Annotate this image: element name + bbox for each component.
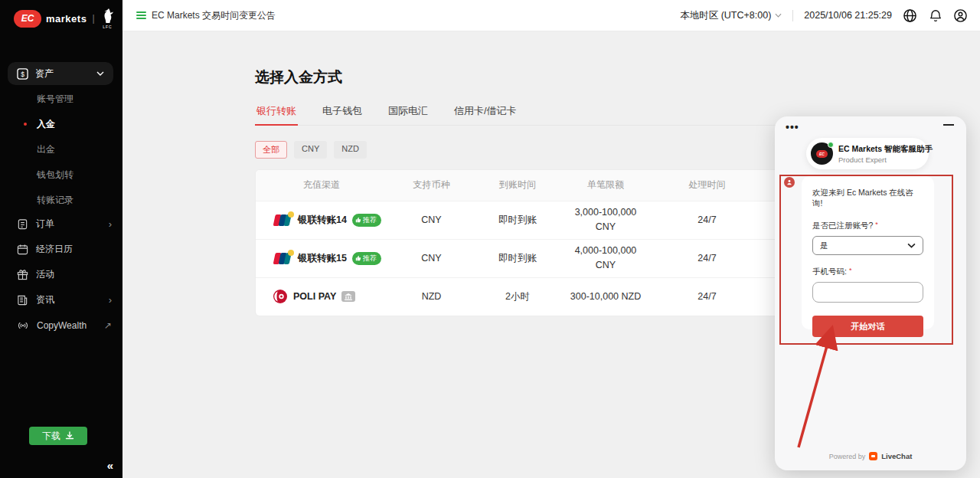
channel-name: POLI PAY bbox=[293, 291, 336, 302]
thumbs-up-icon bbox=[355, 255, 361, 261]
cell-processing: 24/7 bbox=[652, 239, 763, 277]
badge-label: 推荐 bbox=[363, 254, 377, 264]
col-header-limit: 单笔限额 bbox=[560, 170, 652, 201]
unionpay-icon bbox=[273, 252, 292, 265]
announcement-icon bbox=[136, 11, 146, 19]
badge-dot bbox=[288, 250, 294, 256]
announcement-banner[interactable]: EC Markets 交易时间变更公告 bbox=[136, 9, 276, 22]
sidebar-item-label: 出金 bbox=[37, 143, 55, 156]
chat-minimize-button[interactable] bbox=[943, 124, 954, 126]
cell-processing: 24/7 bbox=[652, 277, 763, 316]
announcement-text: EC Markets 交易时间变更公告 bbox=[152, 9, 276, 22]
livechat-logo-icon bbox=[869, 452, 877, 460]
recommended-badge: 推荐 bbox=[352, 252, 381, 265]
annotation-arrow bbox=[789, 322, 846, 453]
chevron-down-icon bbox=[907, 243, 916, 248]
cell-limit: 4,000-100,000 CNY bbox=[565, 244, 646, 273]
sidebar-item-label: 入金 bbox=[37, 118, 55, 131]
chevron-right-icon: › bbox=[109, 218, 112, 230]
sidebar-item-economic-calendar[interactable]: 经济日历 bbox=[0, 237, 122, 262]
col-header-arrival: 到账时间 bbox=[475, 170, 560, 201]
filter-all[interactable]: 全部 bbox=[255, 141, 287, 159]
channel-name: 银联转账15 bbox=[298, 252, 347, 265]
agent-role: Product Expert bbox=[838, 156, 933, 164]
dollar-icon: $ bbox=[17, 68, 28, 80]
sidebar-item-withdraw[interactable]: 出金 bbox=[0, 137, 122, 162]
bot-message-avatar bbox=[784, 177, 795, 188]
topbar: EC Markets 交易时间变更公告 本地时区 (UTC+8:00) 2025… bbox=[122, 0, 980, 31]
sidebar-item-label: 订单 bbox=[36, 218, 101, 231]
phone-label: 手机号码:* bbox=[812, 267, 923, 277]
tab-credit-debit-card[interactable]: 信用卡/借记卡 bbox=[452, 100, 518, 125]
logo-separator: | bbox=[92, 13, 94, 24]
liver-bird-icon bbox=[100, 8, 116, 25]
sidebar-item-label: 活动 bbox=[36, 268, 112, 281]
registered-select[interactable]: 是 bbox=[812, 236, 923, 255]
chat-menu-button[interactable]: ••• bbox=[786, 121, 799, 133]
sidebar-item-activities[interactable]: 活动 bbox=[0, 262, 122, 287]
divider bbox=[792, 10, 793, 21]
sidebar-item-news[interactable]: 资讯 › bbox=[0, 287, 122, 313]
powered-by-label: Powered by bbox=[829, 453, 866, 460]
chevron-down-icon bbox=[775, 13, 782, 18]
sidebar-sub-menu: 账号管理 入金 出金 钱包划转 转账记录 bbox=[0, 87, 122, 213]
bank-badge bbox=[341, 291, 355, 302]
channel-name: 银联转账14 bbox=[298, 214, 347, 227]
sidebar-item-label: 资讯 bbox=[36, 293, 101, 306]
sidebar-group-assets[interactable]: $ 资产 bbox=[8, 62, 113, 85]
timezone-label: 本地时区 (UTC+8:00) bbox=[680, 9, 771, 22]
person-icon bbox=[786, 179, 792, 185]
badge-label: 推荐 bbox=[363, 215, 377, 225]
sidebar-collapse-button[interactable]: « bbox=[107, 459, 113, 472]
cell-currency: CNY bbox=[387, 239, 475, 277]
external-link-icon: ↗ bbox=[104, 320, 112, 331]
tab-ewallet[interactable]: 电子钱包 bbox=[321, 100, 364, 125]
download-icon bbox=[65, 431, 74, 440]
datetime-label: 2025/10/06 21:25:29 bbox=[804, 10, 892, 21]
sidebar-item-account-management[interactable]: 账号管理 bbox=[0, 87, 122, 112]
registered-select-value: 是 bbox=[820, 241, 907, 251]
cell-processing: 24/7 bbox=[652, 201, 763, 239]
sidebar-item-wallet-transfer[interactable]: 钱包划转 bbox=[0, 162, 122, 188]
filter-cny[interactable]: CNY bbox=[294, 141, 327, 159]
sidebar: EC markets | LFC $ 资产 账号管理 入金 出金 钱包划转 转账… bbox=[0, 0, 122, 478]
calendar-icon bbox=[17, 244, 28, 255]
sidebar-item-transfer-records[interactable]: 转账记录 bbox=[0, 188, 122, 213]
sidebar-item-orders[interactable]: 订单 › bbox=[0, 211, 122, 237]
livechat-brand-label[interactable]: LiveChat bbox=[881, 452, 912, 460]
start-chat-button[interactable]: 开始对话 bbox=[812, 316, 923, 337]
active-dot bbox=[24, 123, 27, 126]
required-asterisk: * bbox=[875, 221, 878, 228]
sidebar-item-label: 钱包划转 bbox=[37, 169, 74, 182]
chevron-down-icon bbox=[96, 71, 104, 76]
lfc-logo: LFC bbox=[100, 8, 116, 29]
ec-logo-icon: EC bbox=[14, 10, 41, 28]
tab-international-wire[interactable]: 国际电汇 bbox=[387, 100, 430, 125]
cell-arrival: 2小时 bbox=[475, 277, 560, 316]
filter-nzd[interactable]: NZD bbox=[334, 141, 367, 159]
clipboard-icon bbox=[17, 218, 28, 230]
cell-limit: 300-10,000 NZD bbox=[565, 290, 646, 304]
agent-header: EC EC Markets 智能客服助手 Product Expert bbox=[806, 138, 929, 169]
col-header-channel: 充值渠道 bbox=[256, 170, 387, 201]
sidebar-item-label: CopyWealth bbox=[37, 320, 96, 331]
language-globe-icon[interactable] bbox=[903, 8, 917, 23]
sidebar-item-deposit[interactable]: 入金 bbox=[0, 112, 122, 137]
cell-arrival: 即时到账 bbox=[475, 239, 560, 277]
cell-limit: 3,000-100,000 CNY bbox=[565, 205, 646, 234]
sidebar-item-label: 账号管理 bbox=[37, 93, 74, 106]
recommended-badge: 推荐 bbox=[352, 214, 381, 227]
required-asterisk: * bbox=[849, 267, 852, 274]
phone-input[interactable] bbox=[812, 282, 923, 303]
sidebar-item-copywealth[interactable]: CopyWealth ↗ bbox=[0, 313, 122, 338]
col-header-currency: 支持币种 bbox=[387, 170, 475, 201]
download-button[interactable]: 下载 bbox=[29, 427, 87, 445]
chat-footer: Powered by LiveChat bbox=[775, 452, 966, 460]
cell-arrival: 即时到账 bbox=[475, 201, 560, 239]
notifications-bell-icon[interactable] bbox=[928, 8, 942, 23]
tab-bank-transfer[interactable]: 银行转账 bbox=[255, 100, 298, 125]
poli-pay-icon bbox=[273, 289, 288, 304]
sidebar-group-label: 资产 bbox=[35, 67, 90, 80]
timezone-selector[interactable]: 本地时区 (UTC+8:00) bbox=[680, 9, 782, 22]
account-avatar-icon[interactable] bbox=[953, 8, 968, 23]
